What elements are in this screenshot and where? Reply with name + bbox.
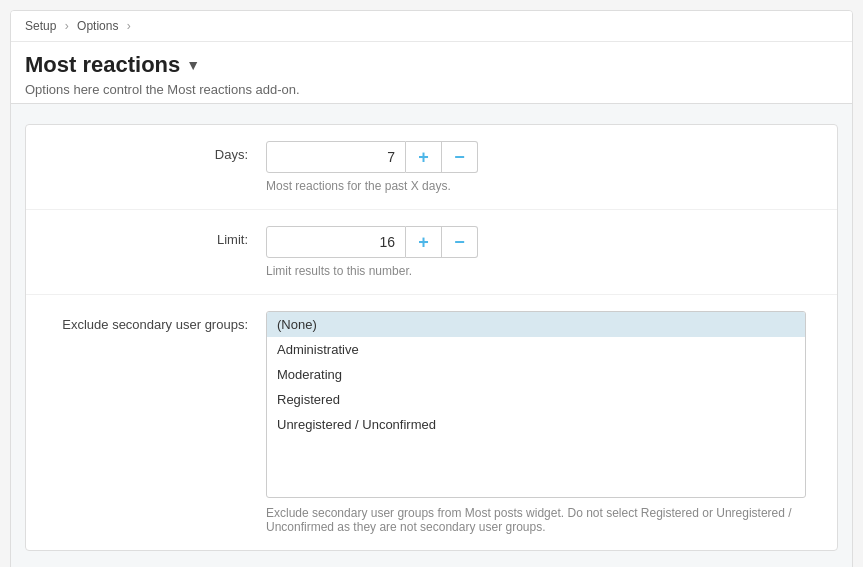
limit-label: Limit: [46, 226, 266, 247]
days-help-text: Most reactions for the past X days. [266, 179, 817, 193]
user-groups-list[interactable]: (None) Administrative Moderating Registe… [266, 311, 806, 498]
exclude-groups-row: Exclude secondary user groups: (None) Ad… [26, 295, 837, 550]
limit-input[interactable] [266, 226, 406, 258]
list-placeholder [267, 437, 805, 497]
limit-plus-button[interactable]: + [406, 226, 442, 258]
page-title: Most reactions ▼ [25, 52, 838, 78]
page-header: Most reactions ▼ Options here control th… [11, 42, 852, 103]
breadcrumb-setup[interactable]: Setup [25, 19, 56, 33]
breadcrumb-sep-1: › [65, 19, 69, 33]
page-subtitle: Options here control the Most reactions … [25, 82, 838, 97]
page-title-text: Most reactions [25, 52, 180, 78]
days-minus-button[interactable]: − [442, 141, 478, 173]
days-control-group: + − Most reactions for the past X days. [266, 141, 817, 193]
days-stepper: + − [266, 141, 817, 173]
breadcrumb-sep-2: › [127, 19, 131, 33]
limit-control-group: + − Limit results to this number. [266, 226, 817, 278]
days-plus-button[interactable]: + [406, 141, 442, 173]
exclude-groups-label: Exclude secondary user groups: [46, 311, 266, 332]
list-item[interactable]: Unregistered / Unconfirmed [267, 412, 805, 437]
days-input[interactable] [266, 141, 406, 173]
breadcrumb-options[interactable]: Options [77, 19, 118, 33]
content-area: Days: + − Most reactions for the past X … [11, 103, 852, 567]
limit-minus-button[interactable]: − [442, 226, 478, 258]
title-dropdown-icon[interactable]: ▼ [186, 57, 200, 73]
list-item[interactable]: Registered [267, 387, 805, 412]
list-item[interactable]: (None) [267, 312, 805, 337]
limit-stepper: + − [266, 226, 817, 258]
limit-help-text: Limit results to this number. [266, 264, 817, 278]
list-item[interactable]: Moderating [267, 362, 805, 387]
exclude-groups-help-text: Exclude secondary user groups from Most … [266, 506, 806, 534]
exclude-groups-control-group: (None) Administrative Moderating Registe… [266, 311, 817, 534]
days-row: Days: + − Most reactions for the past X … [26, 125, 837, 210]
days-label: Days: [46, 141, 266, 162]
limit-row: Limit: + − Limit results to this number. [26, 210, 837, 295]
form-section: Days: + − Most reactions for the past X … [25, 124, 838, 551]
list-item[interactable]: Administrative [267, 337, 805, 362]
breadcrumb: Setup › Options › [11, 11, 852, 42]
